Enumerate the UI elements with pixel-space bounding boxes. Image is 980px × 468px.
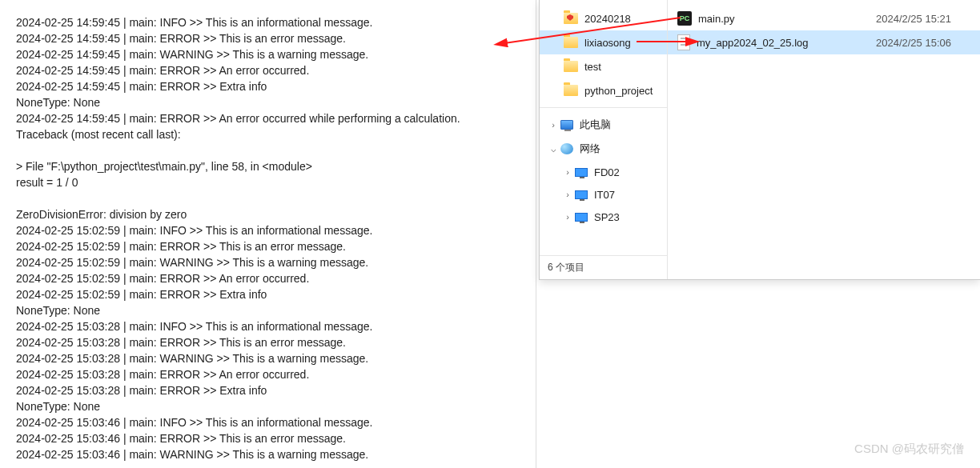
log-line: 2024-02-25 15:02:59 | main: INFO >> This…: [16, 222, 520, 238]
log-content[interactable]: 2024-02-25 14:59:45 | main: INFO >> This…: [16, 14, 520, 462]
folder-icon: [564, 85, 578, 96]
divider: [540, 107, 667, 108]
log-line: 2024-02-25 15:03:46 | main: INFO >> This…: [16, 414, 520, 430]
chevron-right-icon: ›: [562, 167, 573, 177]
nav-network-label: 网络: [580, 142, 600, 156]
log-line: 2024-02-25 15:03:28 | main: INFO >> This…: [16, 318, 520, 334]
log-line: 2024-02-25 14:59:45 | main: INFO >> This…: [16, 14, 520, 30]
log-line: NoneType: None: [16, 94, 520, 110]
watermark: CSDN @码农研究僧: [854, 442, 964, 457]
nav-folder-python-project[interactable]: python_project: [540, 78, 667, 102]
log-line: 2024-02-25 14:59:45 | main: ERROR >> Thi…: [16, 30, 520, 46]
log-line: NoneType: None: [16, 302, 520, 318]
log-line: 2024-02-25 14:59:45 | main: WARNING >> T…: [16, 46, 520, 62]
nav-folder-lixiaosong[interactable]: lixiaosong: [540, 30, 667, 54]
log-line: ZeroDivisionError: division by zero: [16, 206, 520, 222]
log-line: 2024-02-25 14:59:45 | main: ERROR >> An …: [16, 62, 520, 78]
nav-network[interactable]: ⌵ 网络: [540, 137, 667, 161]
log-viewer-pane: 2024-02-25 14:59:45 | main: INFO >> This…: [0, 0, 536, 468]
nav-network-it07[interactable]: › IT07: [540, 183, 667, 206]
chevron-right-icon: ›: [562, 190, 573, 199]
log-line: 2024-02-25 15:02:59 | main: ERROR >> Thi…: [16, 238, 520, 254]
nav-host-label: FD02: [594, 166, 620, 178]
log-line: Traceback (most recent call last):: [16, 126, 520, 142]
log-line: 2024-02-25 14:59:45 | main: ERROR >> Ext…: [16, 78, 520, 94]
file-date: 2024/2/25 15:21: [876, 13, 972, 25]
file-row-log[interactable]: my_app2024_02_25.log 2024/2/25 15:06: [668, 30, 980, 54]
python-file-icon: PC: [677, 11, 692, 26]
nav-folder-20240218[interactable]: 20240218: [540, 6, 667, 30]
log-file-icon: [677, 34, 690, 50]
monitor-icon: [575, 168, 588, 177]
chevron-right-icon: ›: [562, 212, 573, 222]
log-line: result = 1 / 0: [16, 174, 520, 190]
log-line: 2024-02-25 15:02:59 | main: WARNING >> T…: [16, 254, 520, 270]
status-bar-item-count: 6 个项目: [540, 255, 667, 279]
file-name: main.py: [698, 13, 876, 25]
chevron-down-icon: ⌵: [548, 144, 559, 154]
nav-this-pc[interactable]: › 此电脑: [540, 113, 667, 137]
file-explorer-window: 20240218 lixiaosong test python_project …: [539, 0, 980, 280]
monitor-icon: [575, 190, 588, 199]
monitor-icon: [575, 213, 588, 222]
log-line: [16, 190, 520, 206]
nav-this-pc-label: 此电脑: [580, 118, 611, 132]
nav-folder-label: lixiaosong: [584, 37, 631, 49]
network-icon: [560, 143, 573, 154]
chevron-right-icon: ›: [548, 120, 559, 130]
log-line: > File "F:\python_project\test\main.py",…: [16, 158, 520, 174]
nav-host-label: IT07: [594, 189, 615, 201]
navigation-pane: 20240218 lixiaosong test python_project …: [540, 0, 668, 279]
folder-shield-icon: [564, 13, 578, 24]
log-line: 2024-02-25 15:03:28 | main: WARNING >> T…: [16, 350, 520, 366]
log-line: 2024-02-25 14:59:45 | main: ERROR >> An …: [16, 110, 520, 126]
log-line: 2024-02-25 15:03:28 | main: ERROR >> Ext…: [16, 382, 520, 398]
pc-icon: [560, 120, 573, 130]
log-line: NoneType: None: [16, 398, 520, 414]
nav-folder-test[interactable]: test: [540, 54, 667, 78]
nav-folder-label: test: [584, 61, 601, 73]
file-list-pane[interactable]: PC main.py 2024/2/25 15:21 my_app2024_02…: [668, 0, 980, 279]
log-line: 2024-02-25 15:02:59 | main: ERROR >> An …: [16, 270, 520, 286]
log-line: 2024-02-25 15:03:28 | main: ERROR >> An …: [16, 366, 520, 382]
folder-icon: [564, 61, 578, 72]
nav-host-label: SP23: [594, 211, 620, 223]
log-line: 2024-02-25 15:03:28 | main: ERROR >> Thi…: [16, 334, 520, 350]
file-name: my_app2024_02_25.log: [697, 37, 876, 49]
file-row-main-py[interactable]: PC main.py 2024/2/25 15:21: [668, 6, 980, 30]
folder-icon: [564, 37, 578, 48]
file-date: 2024/2/25 15:06: [876, 37, 972, 49]
log-line: 2024-02-25 15:03:46 | main: ERROR >> Thi…: [16, 430, 520, 446]
log-line: [16, 142, 520, 158]
log-line: 2024-02-25 15:03:46 | main: WARNING >> T…: [16, 446, 520, 462]
nav-network-fd02[interactable]: › FD02: [540, 161, 667, 183]
nav-folder-label: 20240218: [584, 13, 631, 25]
log-line: 2024-02-25 15:02:59 | main: ERROR >> Ext…: [16, 286, 520, 302]
nav-network-sp23[interactable]: › SP23: [540, 206, 667, 228]
nav-folder-label: python_project: [584, 85, 653, 97]
